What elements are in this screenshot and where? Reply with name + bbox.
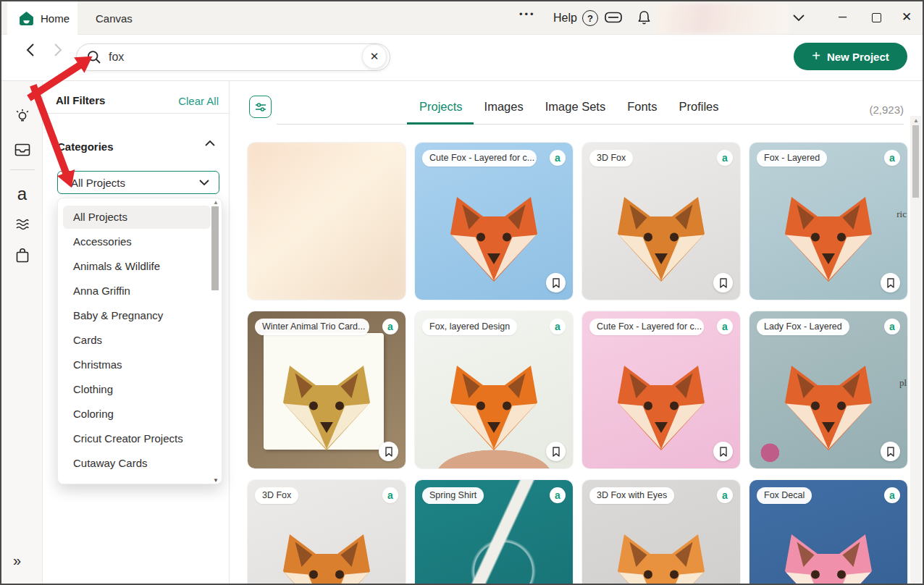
project-card[interactable]: 3D Fox with Eyes a [582,480,740,585]
chevron-up-icon[interactable] [204,139,216,148]
project-card[interactable]: Spring Shirt a [415,480,573,585]
inbox-icon [14,143,30,156]
toolbar: ✕ + New Project [1,35,923,81]
dropdown-item-animals-wildlife[interactable]: Animals & Wildlife [63,255,211,278]
dropdown-item-accessories[interactable]: Accessories [63,230,211,253]
rail-subscriptions-button[interactable] [1,211,43,237]
cricut-access-icon: a [884,487,900,503]
tab-image-sets[interactable]: Image Sets [545,100,605,114]
bookmark-button[interactable] [713,273,733,292]
fox-image [272,357,381,466]
bookmark-button[interactable] [546,273,566,292]
dropdown-item-clothing[interactable]: Clothing [63,378,211,401]
help-button[interactable]: Help ? [553,10,598,26]
forward-button[interactable] [49,42,64,58]
fox-image [774,188,883,297]
maximize-button[interactable] [872,13,881,22]
fox-image [607,188,715,297]
project-card[interactable]: 3D Fox a [248,480,406,585]
bookmark-button[interactable] [546,442,566,461]
cricut-access-icon: a [717,150,733,166]
bookmark-button[interactable] [713,442,733,461]
categories-header[interactable]: Categories [57,140,114,153]
scrollbar-thumb[interactable] [912,125,919,198]
project-card[interactable]: Cute Fox - Layered for c... a [582,311,740,468]
machine-status-button[interactable] [605,12,622,23]
project-card[interactable]: Fox - Layered a ric [749,143,907,300]
project-title-badge: 3D Fox with Eyes [589,487,674,504]
dropdown-item-anna-griffin[interactable]: Anna Griffin [63,279,211,303]
dropdown-item-cricut-creator[interactable]: Cricut Creator Projects [63,427,211,450]
project-card[interactable]: Fox, layered Design a [415,311,573,468]
scroll-up-icon[interactable]: ▲ [913,117,919,124]
overflow-menu-button[interactable]: ••• [519,9,536,20]
project-card[interactable]: Fox Decal a [749,480,907,585]
fox-image [272,526,381,585]
fox-image [774,526,883,585]
filters-toggle-button[interactable] [249,96,272,118]
rail-ideas-button[interactable] [1,104,43,130]
scroll-up-icon[interactable]: ▲ [213,199,219,206]
project-card-blurred[interactable] [248,143,406,300]
rail-access-button[interactable]: a [1,181,43,207]
dropdown-scrollbar-thumb[interactable] [211,206,219,290]
vertical-scrollbar[interactable]: ▲ [910,116,921,584]
rail-inbox-button[interactable] [1,137,43,163]
project-title-badge: 3D Fox [255,487,298,504]
project-card[interactable]: Lady Fox - Layered a pl [749,311,907,468]
waves-icon [14,217,30,232]
divider [43,113,230,114]
project-title-badge: Fox - Layered [757,150,827,167]
tab-images[interactable]: Images [484,100,524,114]
photo-background-text: ric [896,209,907,220]
bookmark-button[interactable] [379,442,398,461]
cricut-access-icon: a [17,184,27,204]
fox-image [440,188,548,297]
search-input[interactable] [76,43,390,71]
help-icon: ? [582,10,598,26]
new-project-button[interactable]: + New Project [794,43,907,70]
cricut-access-icon: a [717,319,733,334]
photo-background-text: pl [899,377,907,389]
notifications-button[interactable] [637,10,652,26]
dropdown-item-cutaway-cards[interactable]: Cutaway Cards [63,452,211,475]
rail-expand-button[interactable]: » [13,552,21,569]
project-title-badge: Winter Animal Trio Card... [255,319,369,335]
clear-all-link[interactable]: Clear All [178,95,219,107]
category-select[interactable]: All Projects [57,171,219,194]
tab-fonts[interactable]: Fonts [627,100,657,114]
account-chevron-icon[interactable] [792,13,805,22]
dropdown-item-all-projects[interactable]: All Projects [63,206,211,229]
dropdown-item-baby-pregnancy[interactable]: Baby & Pregnancy [63,304,211,327]
dropdown-item-cards[interactable]: Cards [63,329,211,352]
left-rail: a » [1,81,43,584]
dropdown-item-christmas[interactable]: Christmas [63,353,211,376]
sliders-icon [254,101,267,114]
close-button[interactable]: ✕ [902,9,912,25]
project-card[interactable]: Winter Animal Trio Card... a [248,311,406,468]
bookmark-button[interactable] [881,273,900,292]
cricut-logo-icon [19,11,34,26]
tab-profiles[interactable]: Profiles [679,100,718,114]
project-card[interactable]: 3D Fox a [582,143,740,300]
tab-home[interactable]: Home [7,1,77,35]
dropdown-item-coloring[interactable]: Coloring [63,403,211,426]
user-account-blurred[interactable] [657,4,789,33]
cricut-access-icon: a [550,319,566,334]
cricut-access-icon: a [717,487,733,503]
lightbulb-icon [14,109,30,126]
plus-icon: + [812,48,820,64]
tab-canvas[interactable]: Canvas [96,1,133,35]
project-title-badge: Lady Fox - Layered [757,319,849,335]
search-icon [87,50,101,64]
project-card[interactable]: Cute Fox - Layered for c... a [415,143,573,300]
minimize-button[interactable]: – [839,8,847,25]
cricut-access-icon: a [884,319,900,334]
rail-shop-button[interactable] [1,243,43,269]
scroll-down-icon[interactable]: ▼ [213,477,219,484]
bookmark-button[interactable] [881,442,900,461]
tab-projects[interactable]: Projects [419,100,463,114]
clear-search-button[interactable]: ✕ [362,44,387,69]
back-button[interactable] [24,42,40,58]
filters-title: All Filters [56,94,105,106]
